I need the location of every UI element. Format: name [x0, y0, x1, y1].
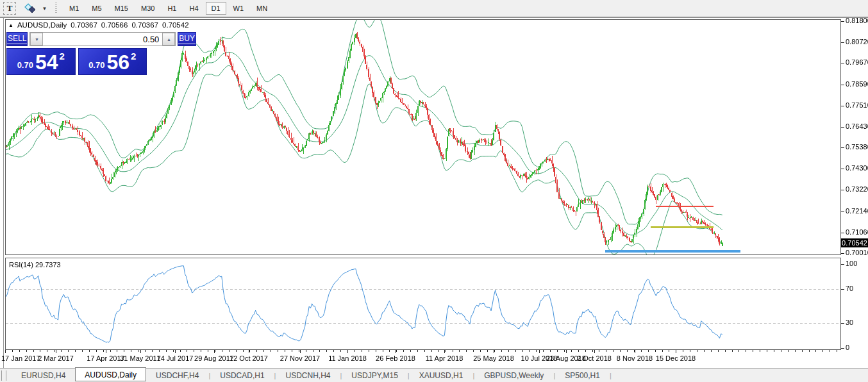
rsi-axis-label: 70 [846, 285, 853, 292]
price-axis-label: 0.81800 [846, 17, 868, 24]
sell-button[interactable]: SELL [6, 32, 28, 46]
volume-increase-button[interactable]: ▲ [162, 33, 175, 46]
rsi-axis-label: 0 [846, 344, 849, 351]
buy-price-pipette: 2 [131, 51, 136, 62]
sell-price-prefix: 0.70 [17, 60, 33, 70]
buy-button-label: BUY [178, 34, 196, 44]
chart-tab-usdjpy[interactable]: USDJPY,M15 [342, 369, 407, 382]
price-axis-label: 0.70010 [846, 249, 868, 256]
volume-control: ▼ ▲ [29, 32, 176, 46]
rsi-axis-label: 100 [846, 260, 857, 267]
price-axis-label: 0.75380 [846, 143, 868, 151]
price-axis-label: 0.78590 [846, 80, 868, 88]
date-axis-label: 14 Jul 2017 [157, 354, 194, 362]
date-axis-label: 11 Apr 2018 [426, 354, 463, 362]
chart-tab-eurusd[interactable]: EURUSD,H4 [12, 369, 75, 382]
chart-tab-bar: EURUSD,H4AUDUSD,DailyUSDCHF,H4|USDCAD,H1… [0, 368, 868, 382]
toolbar-drag-handle[interactable] [55, 3, 57, 14]
date-axis-label: 11 Jan 2018 [328, 354, 367, 362]
sell-price-big: 54 [35, 50, 58, 74]
chart-tab-usdchf[interactable]: USDCHF,H4 [146, 369, 208, 382]
price-axis-label: 0.72140 [846, 207, 868, 215]
chart-tab-sp500[interactable]: SP500,H1 [555, 369, 610, 382]
timeframe-button-m15[interactable]: M15 [109, 2, 134, 15]
sell-price-button[interactable]: 0.70 54 2 [6, 48, 76, 75]
chart-symbol-label: AUDUSD,Daily [17, 21, 67, 29]
sell-price-pipette: 2 [60, 51, 65, 62]
ohlc-high: 0.70566 [101, 21, 128, 29]
date-axis-label: 17 Jan 2017 [1, 354, 40, 362]
date-axis-label: 2 Oct 2018 [577, 354, 612, 362]
tab-separator: | [610, 372, 612, 379]
volume-decrease-button[interactable]: ▼ [30, 33, 43, 46]
chart-tab-gbpusd[interactable]: GBPUSD,Weekly [474, 369, 553, 382]
resistance-line[interactable] [656, 206, 714, 207]
date-axis-label: 29 Aug 2017 [194, 354, 234, 362]
one-click-trading-panel: SELL ▼ ▲ BUY 0.70 54 2 0.70 [6, 32, 147, 75]
timeframe-button-d1[interactable]: D1 [206, 2, 226, 15]
ohlc-open: 0.70367 [71, 21, 97, 29]
chevron-down-icon: ▼ [42, 6, 47, 12]
chart-window: ▲ AUDUSD,Daily 0.70367 0.70566 0.70367 0… [0, 17, 868, 368]
timeframe-button-m1[interactable]: M1 [63, 2, 85, 15]
sell-button-label: SELL [7, 34, 27, 44]
chart-title: ▲ AUDUSD,Daily 0.70367 0.70566 0.70367 0… [8, 21, 189, 29]
timeframe-button-mn[interactable]: MN [251, 2, 273, 15]
chart-tab-usdcnh[interactable]: USDCNH,H4 [276, 369, 340, 382]
chart-tab-audusd[interactable]: AUDUSD,Daily [75, 367, 146, 381]
objects-arrows-icon [24, 3, 36, 13]
timeframe-button-m5[interactable]: M5 [86, 2, 107, 15]
drawing-objects-icon[interactable] [22, 2, 38, 15]
window-frame-top [0, 17, 868, 18]
date-axis-label: 25 May 2018 [473, 354, 514, 362]
date-axis-label: 26 Feb 2018 [376, 354, 415, 362]
timeframe-button-h1[interactable]: H1 [162, 2, 182, 15]
price-axis-label: 0.71060 [846, 228, 868, 236]
rsi-axis-label: 30 [846, 319, 853, 326]
price-axis-label: 0.74300 [846, 164, 868, 172]
date-axis-label: 27 Nov 2017 [280, 354, 320, 362]
timeframe-button-m30[interactable]: M30 [135, 2, 160, 15]
collapse-quotes-icon[interactable]: ▲ [8, 22, 13, 28]
buy-price-big: 56 [106, 50, 129, 74]
price-axis-label: 0.79670 [846, 58, 868, 66]
current-price-badge: 0.70542 [841, 238, 868, 247]
price-axis-label: 0.73220 [846, 185, 868, 193]
buy-price-button[interactable]: 0.70 56 2 [78, 48, 147, 75]
top-toolbar: T ▼ M1M5M15M30H1H4D1W1MN [0, 0, 868, 17]
date-axis-label: 12 Oct 2017 [230, 354, 268, 362]
mt4-window: T ▼ M1M5M15M30H1H4D1W1MN ▲ AUDUSD,Daily … [0, 0, 868, 382]
buy-price-prefix: 0.70 [88, 60, 104, 70]
date-axis-label: 17 Apr 2017 [87, 354, 124, 362]
timeframe-button-w1[interactable]: W1 [228, 2, 250, 15]
rsi-pane[interactable] [5, 258, 841, 350]
date-axis-label: 8 Nov 2018 [617, 354, 653, 362]
date-axis-label: 15 Dec 2018 [656, 354, 696, 362]
timeframe-button-h4[interactable]: H4 [183, 2, 204, 15]
date-axis-label: 2 Mar 2017 [38, 354, 74, 362]
date-axis-label: 31 May 2017 [120, 354, 161, 362]
text-label-tool-button[interactable]: T [3, 2, 16, 15]
tab-scroll-gutter[interactable] [1, 370, 6, 381]
ohlc-low: 0.70367 [131, 21, 158, 29]
objects-dropdown-caret[interactable]: ▼ [38, 2, 51, 15]
volume-input[interactable] [43, 33, 162, 46]
timeframe-button-group: M1M5M15M30H1H4D1W1MN [63, 2, 274, 15]
price-axis-label: 0.76430 [846, 122, 868, 130]
mid-support-line[interactable] [651, 226, 714, 228]
window-frame-left [3, 18, 4, 368]
chart-tab-usdcad[interactable]: USDCAD,H1 [210, 369, 274, 382]
buy-button[interactable]: BUY [178, 32, 196, 46]
ohlc-close: 0.70542 [162, 21, 189, 29]
rsi-indicator-label: RSI(14) 29.7373 [9, 261, 61, 269]
price-axis-label: 0.80720 [846, 38, 868, 46]
price-axis-label: 0.77510 [846, 101, 868, 109]
chart-tab-xauusd[interactable]: XAUUSD,H1 [410, 369, 473, 382]
support-line[interactable] [605, 250, 740, 253]
